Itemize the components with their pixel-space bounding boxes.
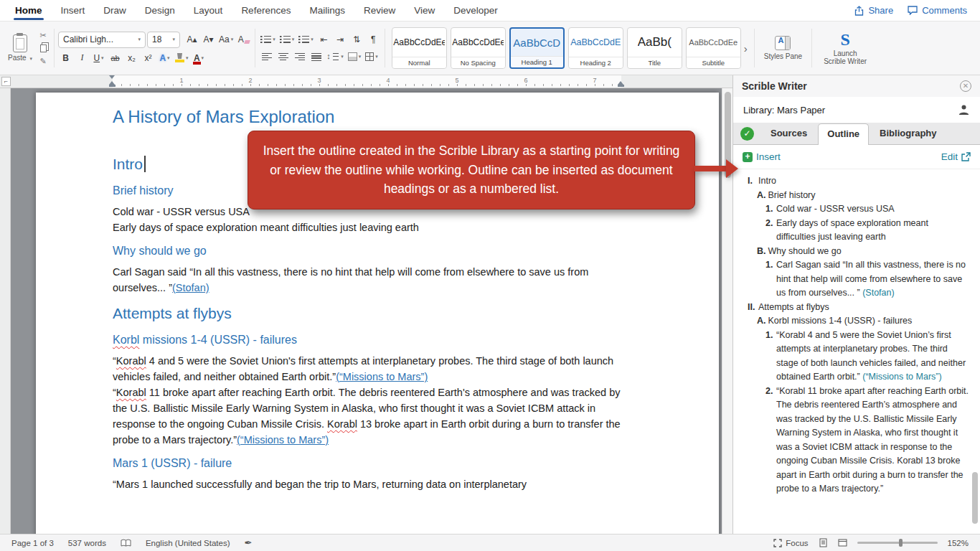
menu-tab-view[interactable]: View <box>405 0 444 22</box>
menu-tab-home[interactable]: Home <box>6 0 52 22</box>
pilcrow-button[interactable]: ¶ <box>366 32 381 47</box>
paste-label: Paste <box>8 54 27 62</box>
document-scrollbar[interactable] <box>722 88 732 534</box>
borders-button[interactable]: ▾ <box>364 50 380 64</box>
style-heading-1[interactable]: AaBbCcDHeading 1 <box>509 27 565 69</box>
line-spacing-button[interactable]: ▾ <box>325 50 345 64</box>
shrink-font-button[interactable]: A▾ <box>201 32 216 47</box>
format-painter-button[interactable]: ✎ <box>37 56 49 66</box>
web-layout-button[interactable] <box>838 538 847 547</box>
clear-formatting-button[interactable] <box>236 32 251 47</box>
bold-button[interactable]: B <box>58 51 73 65</box>
superscript-button[interactable]: x² <box>141 51 156 65</box>
multilevel-list-button[interactable]: ▾ <box>297 32 315 47</box>
tab-selector[interactable]: ⌐ <box>1 77 11 86</box>
comments-button[interactable]: Comments <box>908 5 967 16</box>
page-count[interactable]: Page 1 of 3 <box>11 539 54 547</box>
align-left-button[interactable] <box>259 50 274 64</box>
panel-scrollbar-thumb[interactable] <box>972 472 978 524</box>
bullets-button[interactable]: ▾ <box>259 32 277 47</box>
change-case-button[interactable]: Aa▾ <box>217 32 235 47</box>
grow-font-button[interactable]: A▴ <box>184 32 199 47</box>
menu-tab-layout[interactable]: Layout <box>184 0 232 22</box>
menu-tab-review[interactable]: Review <box>354 0 405 22</box>
justify-button[interactable] <box>308 50 324 64</box>
outline-item[interactable]: 1.Cold war - USSR versus USA <box>743 202 969 217</box>
outline-list: I.IntroA.Brief history1.Cold war - USSR … <box>733 169 980 534</box>
shading-button[interactable]: ▾ <box>347 50 363 64</box>
outline-marker: 1. <box>765 202 776 217</box>
launch-scrible-button[interactable]: S Launch Scrible Writer <box>816 32 875 65</box>
close-icon[interactable]: ✕ <box>960 80 971 92</box>
align-center-button[interactable] <box>275 50 291 64</box>
panel-scrollbar[interactable] <box>972 197 979 531</box>
tab-outline[interactable]: Outline <box>818 123 869 145</box>
subscript-button[interactable]: x₂ <box>124 51 139 65</box>
menu-tab-developer[interactable]: Developer <box>444 0 507 22</box>
style-title[interactable]: AaBb(Title <box>627 27 682 69</box>
style-label: Heading 1 <box>511 56 563 67</box>
citation-link[interactable]: (“Missions to Mars”) <box>237 434 329 446</box>
print-layout-button[interactable] <box>819 538 828 547</box>
style-subtitle[interactable]: AaBbCcDdEeSubtitle <box>686 27 741 69</box>
zoom-slider-thumb[interactable] <box>899 539 903 547</box>
account-avatar-icon[interactable] <box>958 104 970 116</box>
highlight-button[interactable]: ▾ <box>174 51 190 65</box>
more-styles-button[interactable]: › <box>741 42 750 55</box>
right-indent-marker[interactable] <box>618 78 623 85</box>
outline-item[interactable]: 2.“Korabl 11 broke apart after reaching … <box>743 385 969 496</box>
word-count[interactable]: 537 words <box>68 539 106 547</box>
citation-link[interactable]: (“Missions to Mars”) <box>336 371 428 382</box>
zoom-level[interactable]: 152% <box>948 539 969 547</box>
style-normal[interactable]: AaBbCcDdEeNormal <box>392 27 447 69</box>
outline-item[interactable]: 2.Early days of space exploration meant … <box>743 217 969 245</box>
outline-text: “Korabl 11 broke apart after reaching Ea… <box>776 385 969 496</box>
outline-item[interactable]: 1.Carl Sagan said “In all this vastness,… <box>743 258 969 301</box>
menu-tab-references[interactable]: References <box>232 0 300 22</box>
bold-icon: B <box>62 53 69 63</box>
copy-button[interactable] <box>37 43 49 53</box>
share-button[interactable]: Share <box>854 5 893 16</box>
edit-outline-button[interactable]: Edit <box>941 151 971 162</box>
styles-pane-button[interactable]: A Styles Pane <box>758 36 808 60</box>
font-size-select[interactable]: 18▾ <box>147 32 180 48</box>
align-right-button[interactable] <box>292 50 307 64</box>
menu-tab-mailings[interactable]: Mailings <box>300 0 354 22</box>
paste-button[interactable]: Paste ▾ <box>4 34 36 62</box>
citation-link[interactable]: (Stofan) <box>172 282 209 293</box>
strikethrough-button[interactable]: ab <box>108 51 123 65</box>
zoom-slider[interactable] <box>857 542 938 544</box>
font-color-button[interactable]: A▾ <box>192 51 207 65</box>
menu-tab-draw[interactable]: Draw <box>94 0 136 22</box>
outline-item[interactable]: A.Korbl missions 1-4 (USSR) - failures <box>743 314 969 329</box>
left-indent-marker[interactable] <box>109 85 116 87</box>
italic-button[interactable]: I <box>75 51 90 65</box>
outline-item[interactable]: 1.“Korabl 4 and 5 were the Soviet Union’… <box>743 329 969 385</box>
language-selector[interactable]: English (United States) <box>146 539 230 547</box>
tab-bibliography[interactable]: Bibliography <box>870 123 946 144</box>
pen-icon[interactable]: ✒ <box>245 537 253 548</box>
horizontal-ruler[interactable]: ⌐ 1234567 <box>0 75 732 88</box>
decrease-indent-button[interactable]: ⇤ <box>316 32 331 47</box>
text-effects-button[interactable]: A▾ <box>157 51 172 65</box>
spellcheck-status-icon[interactable] <box>121 539 131 547</box>
increase-indent-button[interactable]: ⇥ <box>333 32 348 47</box>
font-name-select[interactable]: Calibri Ligh...▾ <box>58 32 146 48</box>
hanging-indent-marker[interactable] <box>109 78 115 85</box>
outline-item[interactable]: II.Attempts at flybys <box>743 301 969 315</box>
sort-button[interactable]: ⇅ <box>349 32 364 47</box>
style-no-spacing[interactable]: AaBbCcDdEeNo Spacing <box>451 27 506 69</box>
numbering-button[interactable]: ▾ <box>278 32 296 47</box>
chevron-down-icon: ▾ <box>138 37 141 42</box>
style-heading-2[interactable]: AaBbCcDdEHeading 2 <box>568 27 623 69</box>
tab-sources[interactable]: Sources <box>761 123 816 144</box>
outline-item[interactable]: I.Intro <box>743 174 969 189</box>
outline-item[interactable]: B.Why should we go <box>743 245 969 259</box>
outline-item[interactable]: A.Brief history <box>743 189 969 203</box>
insert-outline-button[interactable]: + Insert <box>743 151 781 162</box>
cut-button[interactable]: ✂ <box>37 30 49 40</box>
menu-tab-design[interactable]: Design <box>136 0 184 22</box>
underline-button[interactable]: U▾ <box>91 51 106 65</box>
menu-tab-insert[interactable]: Insert <box>52 0 95 22</box>
focus-toggle[interactable]: Focus <box>773 539 808 547</box>
